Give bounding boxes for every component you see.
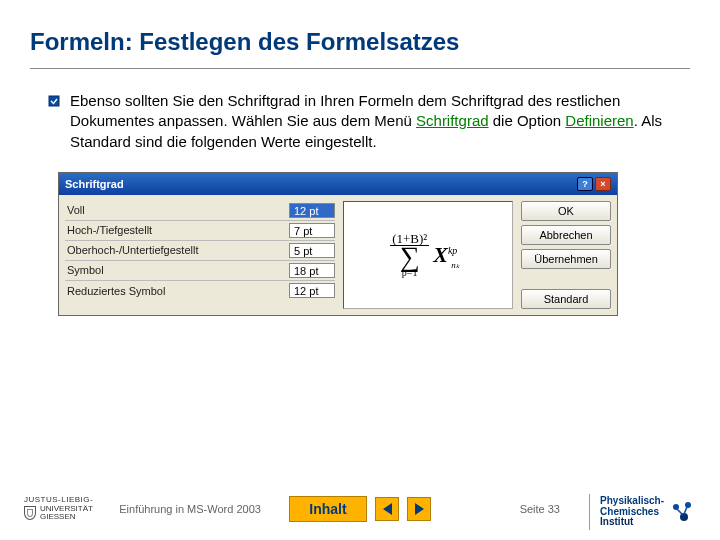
row-value[interactable]: 12 pt	[289, 203, 335, 218]
contents-button[interactable]: Inhalt	[289, 496, 367, 522]
sigma-lower: p=1	[402, 268, 418, 278]
row-label: Hoch-/Tiefgestellt	[65, 224, 289, 236]
row-label: Oberhoch-/Untertiefgestellt	[65, 244, 289, 256]
institute-logo: Physikalisch- Chemisches Institut	[589, 494, 696, 530]
svg-line-4	[677, 509, 683, 515]
svg-rect-0	[49, 96, 59, 106]
page-number: Seite 33	[520, 503, 560, 515]
footer: JUSTUS-LIEBIG- UNIVERSITÄT GIESSEN Einfü…	[0, 484, 720, 540]
formula-preview: (1+B)² ∑ p=1 X kp nₖ	[343, 201, 513, 309]
row-label: Voll	[65, 204, 289, 216]
chevron-right-icon	[415, 503, 424, 515]
body-paragraph: Ebenso sollten Sie den Schriftgrad in Ih…	[30, 91, 690, 152]
next-button[interactable]	[407, 497, 431, 521]
course-label: Einführung in MS-Word 2003	[119, 503, 261, 515]
menu-link-schriftgrad: Schriftgrad	[416, 112, 489, 129]
ok-button[interactable]: OK	[521, 201, 611, 221]
bullet-icon	[48, 95, 60, 107]
apply-button[interactable]: Übernehmen	[521, 249, 611, 269]
dialog-titlebar: Schriftgrad ? ×	[59, 173, 617, 195]
university-logo: JUSTUS-LIEBIG- UNIVERSITÄT GIESSEN	[24, 496, 93, 522]
dialog-title: Schriftgrad	[65, 178, 124, 190]
cancel-button[interactable]: Abbrechen	[521, 225, 611, 245]
slide-title: Formeln: Festlegen des Formelsatzes	[30, 28, 690, 56]
size-list: Voll12 pt Hoch-/Tiefgestellt7 pt Oberhoc…	[65, 201, 335, 309]
row-value[interactable]: 18 pt	[289, 263, 335, 278]
row-value[interactable]: 7 pt	[289, 223, 335, 238]
svg-point-2	[685, 502, 691, 508]
prev-button[interactable]	[375, 497, 399, 521]
crest-icon	[24, 506, 36, 520]
row-value[interactable]: 5 pt	[289, 243, 335, 258]
chevron-left-icon	[383, 503, 392, 515]
row-label: Reduziertes Symbol	[65, 285, 289, 297]
menu-link-definieren: Definieren	[565, 112, 633, 129]
svg-line-5	[684, 507, 687, 514]
formula-x: X	[433, 242, 448, 268]
formula-sub: nₖ	[451, 261, 460, 269]
molecule-icon	[670, 499, 696, 525]
close-icon[interactable]: ×	[595, 177, 611, 191]
divider	[30, 68, 690, 69]
row-value[interactable]: 12 pt	[289, 283, 335, 298]
formula-sup: kp	[448, 245, 457, 256]
row-label: Symbol	[65, 264, 289, 276]
body-text: Ebenso sollten Sie den Schriftgrad in Ih…	[70, 91, 680, 152]
standard-button[interactable]: Standard	[521, 289, 611, 309]
help-icon[interactable]: ?	[577, 177, 593, 191]
dialog-screenshot: Schriftgrad ? × Voll12 pt Hoch-/Tiefgest…	[58, 172, 618, 316]
